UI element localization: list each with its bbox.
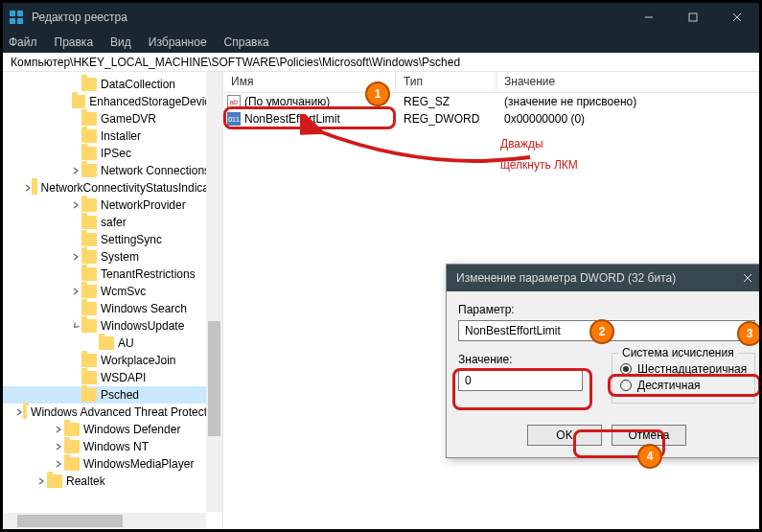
- tree-label: WindowsUpdate: [101, 319, 184, 333]
- address-bar[interactable]: Компьютер\HKEY_LOCAL_MACHINE\SOFTWARE\Po…: [3, 53, 759, 72]
- chevron-icon[interactable]: [70, 253, 81, 261]
- tree-item[interactable]: NetworkConnectivityStatusIndicator: [3, 179, 222, 197]
- chevron-icon[interactable]: [53, 460, 64, 468]
- callout-text: Дважды щелкнуть ЛКМ: [500, 133, 578, 175]
- list-row[interactable]: 011NonBestEffortLimit REG_DWORD 0x000000…: [223, 110, 759, 127]
- chevron-icon[interactable]: [70, 288, 81, 295]
- tree-item[interactable]: WcmSvc: [3, 283, 222, 300]
- tree-label: Windows NT: [83, 440, 149, 453]
- folder-icon: [23, 405, 27, 419]
- radio-icon: [620, 380, 632, 391]
- chevron-icon[interactable]: [53, 443, 64, 451]
- tree-label: WorkplaceJoin: [101, 354, 175, 367]
- tree-item[interactable]: Windows Defender: [3, 421, 222, 438]
- tree-item[interactable]: SettingSync: [3, 231, 222, 248]
- scroll-thumb[interactable]: [17, 515, 123, 527]
- tree-label: AU: [118, 336, 134, 350]
- tree-label: Realtek: [66, 474, 105, 488]
- chevron-icon[interactable]: [15, 408, 23, 416]
- svg-rect-2: [10, 18, 15, 24]
- menu-help[interactable]: Справка: [224, 35, 269, 49]
- tree-item[interactable]: Windows NT: [3, 438, 222, 455]
- folder-icon: [81, 233, 97, 246]
- tree-item[interactable]: WorkplaceJoin: [3, 352, 222, 369]
- chevron-icon[interactable]: [70, 201, 81, 209]
- annotation-badge-1: 1: [365, 81, 390, 106]
- tree-item[interactable]: Installer: [3, 127, 222, 145]
- tree-item[interactable]: Windows Advanced Threat Protection: [3, 404, 222, 421]
- tree-item[interactable]: GameDVR: [3, 110, 222, 127]
- cancel-button[interactable]: Отмена: [612, 425, 686, 446]
- chevron-icon[interactable]: [70, 322, 81, 330]
- window-title: Редактор реестра: [32, 11, 627, 24]
- tree-item[interactable]: WSDAPI: [3, 369, 222, 386]
- tree-pane: DataCollectionEnhancedStorageDevicesGame…: [3, 72, 223, 529]
- radio-dec[interactable]: Десятичная: [620, 379, 747, 392]
- tree-item[interactable]: safer: [3, 214, 222, 231]
- tree-item[interactable]: Realtek: [3, 473, 222, 490]
- tree-item[interactable]: WindowsMediaPlayer: [3, 455, 222, 473]
- radio-icon: [620, 363, 632, 375]
- tree-hscroll[interactable]: [3, 513, 206, 529]
- list-row[interactable]: ab(По умолчанию) REG_SZ (значение не при…: [223, 93, 759, 110]
- tree-item[interactable]: AU: [3, 335, 222, 352]
- tree-item[interactable]: DataCollection: [3, 76, 222, 93]
- folder-icon: [81, 164, 97, 177]
- chevron-icon[interactable]: [24, 184, 32, 192]
- row-value: 0x00000000 (0): [496, 112, 759, 126]
- tree-label: SettingSync: [101, 233, 162, 246]
- folder-icon: [47, 474, 62, 488]
- list-header: Имя Тип Значение: [223, 72, 759, 93]
- ok-button[interactable]: OK: [527, 425, 602, 446]
- menu-edit[interactable]: Правка: [55, 35, 94, 49]
- folder-icon: [72, 95, 85, 108]
- string-icon: ab: [227, 95, 241, 108]
- chevron-icon[interactable]: [35, 477, 47, 485]
- radix-group: Система исчисления Шестнадцатеричная Дес…: [612, 353, 755, 404]
- scroll-thumb[interactable]: [208, 321, 220, 436]
- folder-icon: [81, 129, 97, 143]
- chevron-icon[interactable]: [70, 167, 81, 174]
- list-body: ab(По умолчанию) REG_SZ (значение не при…: [223, 93, 759, 127]
- tree-label: Windows Search: [101, 302, 187, 315]
- list-pane: Имя Тип Значение ab(По умолчанию) REG_SZ…: [223, 72, 759, 529]
- value-input[interactable]: [458, 370, 583, 391]
- close-button[interactable]: [715, 3, 759, 32]
- tree-label: Windows Defender: [83, 423, 180, 436]
- menu-file[interactable]: Файл: [9, 35, 37, 49]
- radio-hex[interactable]: Шестнадцатеричная: [620, 362, 747, 376]
- dialog-footer: OK Отмена: [458, 425, 755, 446]
- folder-icon: [81, 250, 97, 264]
- svg-rect-3: [17, 18, 23, 24]
- folder-icon: [81, 388, 97, 402]
- svg-rect-5: [689, 13, 697, 21]
- annotation-badge-3: 3: [737, 321, 759, 346]
- folder-icon: [81, 354, 97, 367]
- minimize-button[interactable]: [627, 3, 671, 32]
- folder-icon: [81, 216, 97, 229]
- chevron-icon[interactable]: [53, 426, 64, 433]
- folder-icon: [99, 336, 114, 350]
- app-icon: [9, 10, 24, 25]
- tree-vscroll[interactable]: [206, 72, 222, 512]
- tree-item[interactable]: NetworkProvider: [3, 197, 222, 214]
- tree-item[interactable]: TenantRestrictions: [3, 266, 222, 283]
- tree-item[interactable]: IPSec: [3, 145, 222, 162]
- header-type[interactable]: Тип: [396, 72, 496, 92]
- tree-item[interactable]: Network Connections: [3, 162, 222, 179]
- tree-item[interactable]: WindowsUpdate: [3, 317, 222, 335]
- registry-editor-window: Редактор реестра Файл Правка Вид Избранн…: [0, 0, 762, 532]
- menu-view[interactable]: Вид: [110, 35, 131, 49]
- tree-item[interactable]: System: [3, 248, 222, 266]
- menu-favorites[interactable]: Избранное: [149, 35, 207, 49]
- header-value[interactable]: Значение: [496, 72, 759, 92]
- folder-icon: [64, 423, 80, 436]
- maximize-button[interactable]: [671, 3, 715, 32]
- tree-item[interactable]: Windows Search: [3, 300, 222, 317]
- annotation-badge-2: 2: [589, 319, 614, 344]
- tree-item[interactable]: EnhancedStorageDevices: [3, 93, 222, 110]
- tree-item[interactable]: Psched: [3, 386, 222, 404]
- registry-tree[interactable]: DataCollectionEnhancedStorageDevicesGame…: [3, 72, 222, 494]
- tree-label: DataCollection: [101, 78, 175, 91]
- dialog-close-button[interactable]: [728, 265, 759, 291]
